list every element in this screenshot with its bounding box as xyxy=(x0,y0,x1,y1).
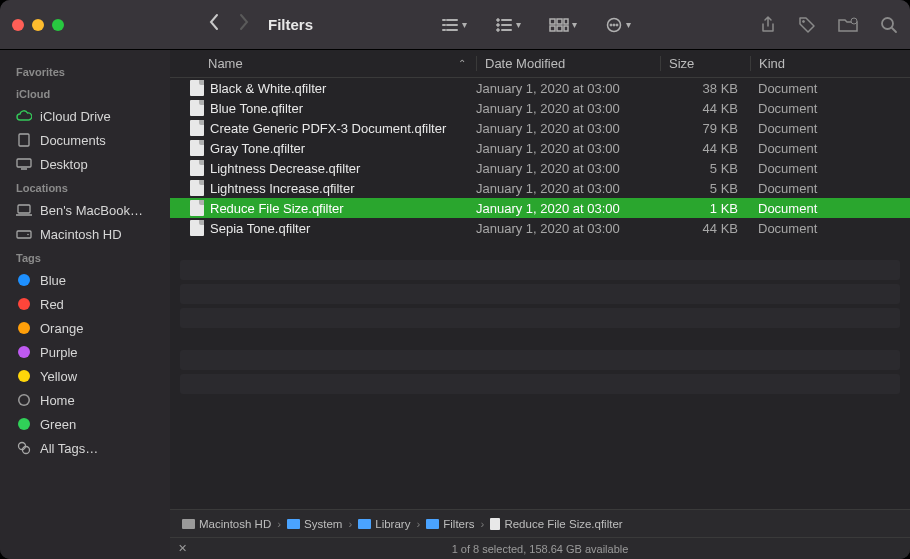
svg-rect-16 xyxy=(19,134,29,146)
svg-point-14 xyxy=(851,18,857,24)
chevron-down-icon: ▾ xyxy=(462,19,467,30)
file-size: 79 KB xyxy=(660,121,750,136)
finder-window: Filters ▾ ▾ ▾ ▾ xyxy=(0,0,910,559)
cloud-icon xyxy=(16,110,32,122)
placeholder-row xyxy=(180,260,900,280)
file-row[interactable]: Create Generic PDFX-3 Document.qfilter J… xyxy=(170,118,910,138)
share-icon[interactable] xyxy=(760,16,776,34)
zoom-button[interactable] xyxy=(52,19,64,31)
file-name: Reduce File Size.qfilter xyxy=(210,201,344,216)
status-text: 1 of 8 selected, 158.64 GB available xyxy=(194,543,886,555)
file-row[interactable]: Black & White.qfilter January 1, 2020 at… xyxy=(170,78,910,98)
sidebar-item[interactable]: Orange xyxy=(0,316,170,340)
sidebar-item-label: iCloud Drive xyxy=(40,109,111,124)
file-date: January 1, 2020 at 03:00 xyxy=(476,181,660,196)
group-by-icon[interactable]: ▾ xyxy=(495,18,521,32)
forward-button[interactable] xyxy=(238,13,250,36)
toolbar: Filters ▾ ▾ ▾ ▾ xyxy=(0,0,910,50)
sidebar-item-label: Orange xyxy=(40,321,83,336)
svg-point-13 xyxy=(803,20,805,22)
disk-icon xyxy=(182,519,195,529)
file-icon xyxy=(190,100,204,116)
sidebar-item[interactable]: Green xyxy=(0,412,170,436)
tag-dot xyxy=(16,274,32,286)
desktop-icon xyxy=(16,158,32,170)
sidebar-item-label: Purple xyxy=(40,345,78,360)
svg-rect-19 xyxy=(17,231,31,238)
file-row[interactable]: Sepia Tone.qfilter January 1, 2020 at 03… xyxy=(170,218,910,238)
sidebar-item[interactable]: Yellow xyxy=(0,364,170,388)
nav-controls xyxy=(208,13,250,36)
svg-point-12 xyxy=(616,24,618,26)
sidebar-item[interactable]: Macintosh HD xyxy=(0,222,170,246)
window-title: Filters xyxy=(268,16,313,33)
file-icon xyxy=(490,518,500,530)
tag-dot xyxy=(16,322,32,334)
file-date: January 1, 2020 at 03:00 xyxy=(476,161,660,176)
path-separator-icon: › xyxy=(416,518,420,530)
file-row[interactable]: Blue Tone.qfilter January 1, 2020 at 03:… xyxy=(170,98,910,118)
column-date[interactable]: Date Modified xyxy=(476,56,660,71)
file-date: January 1, 2020 at 03:00 xyxy=(476,121,660,136)
file-kind: Document xyxy=(750,201,910,216)
stop-button[interactable]: ✕ xyxy=(170,542,194,555)
minimize-button[interactable] xyxy=(32,19,44,31)
sidebar-item[interactable]: Desktop xyxy=(0,152,170,176)
file-name: Lightness Decrease.qfilter xyxy=(210,161,360,176)
svg-point-10 xyxy=(610,24,612,26)
sidebar-item-label: Ben's MacBook… xyxy=(40,203,143,218)
view-controls: ▾ ▾ ▾ ▾ xyxy=(441,17,631,33)
file-row[interactable]: Gray Tone.qfilter January 1, 2020 at 03:… xyxy=(170,138,910,158)
path-segment[interactable]: Macintosh HD xyxy=(182,518,271,530)
arrange-icon[interactable]: ▾ xyxy=(549,18,577,32)
close-button[interactable] xyxy=(12,19,24,31)
file-row[interactable]: Lightness Increase.qfilter January 1, 20… xyxy=(170,178,910,198)
sidebar-item[interactable]: Home xyxy=(0,388,170,412)
new-folder-icon[interactable] xyxy=(838,17,858,33)
column-kind[interactable]: Kind xyxy=(750,56,910,71)
sidebar-item[interactable]: Red xyxy=(0,292,170,316)
file-name: Blue Tone.qfilter xyxy=(210,101,303,116)
file-kind: Document xyxy=(750,121,910,136)
file-name: Sepia Tone.qfilter xyxy=(210,221,310,236)
sidebar-item[interactable]: iCloud Drive xyxy=(0,104,170,128)
sidebar-item[interactable]: Blue xyxy=(0,268,170,292)
path-bar: Macintosh HD›System›Library›Filters›Redu… xyxy=(170,509,910,537)
path-segment[interactable]: System xyxy=(287,518,342,530)
action-menu-icon[interactable]: ▾ xyxy=(605,17,631,33)
file-size: 44 KB xyxy=(660,221,750,236)
status-bar: ✕ 1 of 8 selected, 158.64 GB available xyxy=(170,537,910,559)
path-segment[interactable]: Reduce File Size.qfilter xyxy=(490,518,622,530)
sidebar-item[interactable]: Purple xyxy=(0,340,170,364)
path-label: Reduce File Size.qfilter xyxy=(504,518,622,530)
file-icon xyxy=(190,140,204,156)
sidebar-item-label: Yellow xyxy=(40,369,77,384)
sidebar-item[interactable]: All Tags… xyxy=(0,436,170,460)
window-controls xyxy=(12,19,64,31)
tags-icon[interactable] xyxy=(798,16,816,34)
sidebar-item[interactable]: Ben's MacBook… xyxy=(0,198,170,222)
file-icon xyxy=(190,160,204,176)
column-name[interactable]: Name⌃ xyxy=(208,56,476,71)
tag-dot xyxy=(16,370,32,382)
file-icon xyxy=(190,220,204,236)
path-separator-icon: › xyxy=(277,518,281,530)
file-size: 1 KB xyxy=(660,201,750,216)
sidebar-item-label: Desktop xyxy=(40,157,88,172)
file-row[interactable]: Lightness Decrease.qfilter January 1, 20… xyxy=(170,158,910,178)
svg-point-20 xyxy=(27,234,29,236)
path-segment[interactable]: Library xyxy=(358,518,410,530)
view-as-list-icon[interactable]: ▾ xyxy=(441,18,467,32)
back-button[interactable] xyxy=(208,13,220,36)
column-size[interactable]: Size xyxy=(660,56,750,71)
svg-rect-8 xyxy=(564,26,568,31)
sidebar-item[interactable]: Documents xyxy=(0,128,170,152)
svg-rect-6 xyxy=(550,26,555,31)
path-segment[interactable]: Filters xyxy=(426,518,474,530)
tag-dot xyxy=(16,346,32,358)
file-row[interactable]: Reduce File Size.qfilter January 1, 2020… xyxy=(170,198,910,218)
file-icon xyxy=(190,120,204,136)
search-icon[interactable] xyxy=(880,16,898,34)
file-size: 5 KB xyxy=(660,181,750,196)
chevron-down-icon: ▾ xyxy=(572,19,577,30)
